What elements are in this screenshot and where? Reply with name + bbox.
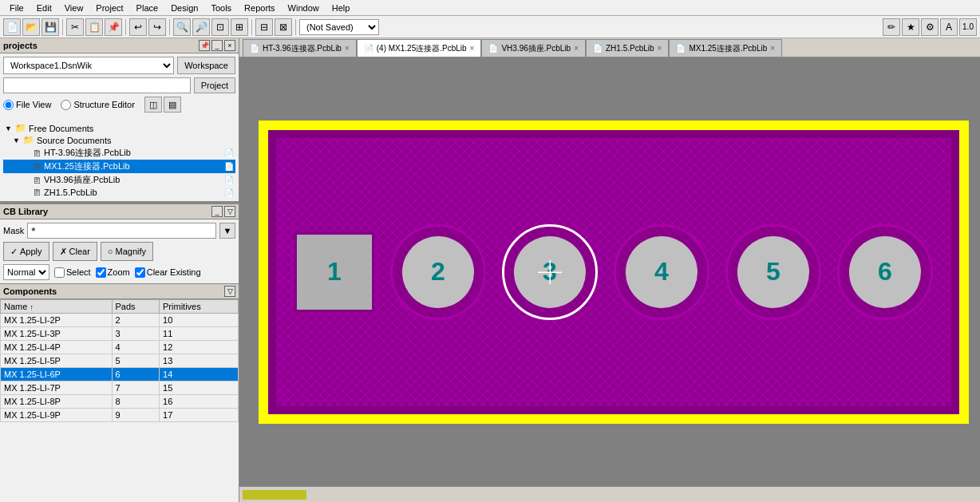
col-pads[interactable]: Pads — [112, 300, 160, 314]
tab-2[interactable]: 📄VH3.96插座.PcbLib× — [481, 39, 586, 57]
zoom-checkbox[interactable] — [96, 267, 106, 278]
cb-library-minimize[interactable]: _ — [211, 206, 223, 217]
menu-window[interactable]: Window — [282, 2, 326, 14]
toolbar: 📄 📂 💾 ✂ 📋 📌 ↩ ↪ 🔍 🔎 ⊡ ⊞ ⊟ ⊠ (Not Saved) … — [0, 16, 980, 38]
toolbar-zoom-out[interactable]: 🔎 — [192, 18, 210, 36]
tree-file-2[interactable]: 🖹 VH3.96插座.PcbLib 📄 — [3, 173, 235, 187]
cb-library-expand[interactable]: ▽ — [224, 206, 235, 217]
tree-file-3[interactable]: 🖹 ZH1.5.PcbLib 📄 — [3, 187, 235, 198]
cell-primitives-5: 15 — [160, 381, 239, 395]
table-row[interactable]: MX 1.25-LI-2P210 — [1, 314, 239, 327]
table-row[interactable]: MX 1.25-LI-3P311 — [1, 327, 239, 341]
tab-0[interactable]: 📄HT-3.96连接器.PcbLib× — [243, 39, 357, 57]
clear-existing-label: Clear Existing — [147, 267, 201, 277]
magnify-button[interactable]: ○ Magnify — [101, 242, 153, 261]
menu-project[interactable]: Project — [89, 2, 129, 14]
select-checkbox-label[interactable]: Select — [54, 267, 91, 278]
view-controls: ◫ ▤ — [144, 97, 181, 113]
toolbar-new[interactable]: 📄 — [3, 18, 21, 36]
table-row[interactable]: MX 1.25-LI-7P715 — [1, 381, 239, 395]
tab-close-1[interactable]: × — [470, 44, 475, 53]
structure-editor-radio[interactable]: Structure Editor — [61, 100, 134, 110]
mask-dropdown[interactable]: ▼ — [219, 223, 235, 239]
menu-design[interactable]: Design — [164, 2, 204, 14]
workspace-select[interactable]: Workspace1.DsnWik — [3, 57, 174, 74]
tab-icon-4: 📄 — [676, 44, 686, 53]
menu-reports[interactable]: Reports — [238, 2, 282, 14]
radio-row: File View Structure Editor ◫ ▤ — [3, 97, 235, 113]
tab-close-0[interactable]: × — [345, 44, 350, 53]
toolbar-redo[interactable]: ↪ — [148, 18, 166, 36]
clear-button[interactable]: ✗ Clear — [53, 242, 97, 261]
saved-state-dropdown[interactable]: (Not Saved) — [299, 19, 379, 35]
menu-tools[interactable]: Tools — [204, 2, 238, 14]
cell-name-4: MX 1.25-LI-6P — [1, 368, 113, 381]
toolbar-info[interactable]: 1.0 — [959, 18, 977, 36]
menu-view[interactable]: View — [58, 2, 90, 14]
file-view-radio[interactable]: File View — [3, 100, 51, 110]
zoom-checkbox-label[interactable]: Zoom — [96, 267, 130, 278]
toolbar-grid[interactable]: ⊟ — [255, 18, 273, 36]
tree-file-1[interactable]: 🖹 MX1.25连接器.PcbLib 📄 — [3, 160, 235, 173]
toolbar-star[interactable]: ★ — [902, 18, 919, 36]
tab-close-2[interactable]: × — [574, 44, 579, 53]
table-row[interactable]: MX 1.25-LI-4P412 — [1, 341, 239, 354]
tab-label-4: MX1.25连接器.PcbLib — [689, 43, 767, 54]
toolbar-zoom-in[interactable]: 🔍 — [173, 18, 191, 36]
menu-edit[interactable]: Edit — [30, 2, 58, 14]
toolbar-grid2[interactable]: ⊠ — [275, 18, 292, 36]
tree-free-docs[interactable]: ▼ 📁 Free Documents — [3, 122, 235, 134]
project-search[interactable] — [3, 77, 191, 93]
toolbar-undo[interactable]: ↩ — [129, 18, 147, 36]
projects-pin[interactable]: 📌 — [199, 40, 210, 51]
project-button[interactable]: Project — [194, 77, 235, 93]
table-row[interactable]: MX 1.25-LI-5P513 — [1, 354, 239, 368]
table-row[interactable]: MX 1.25-LI-8P816 — [1, 395, 239, 409]
clear-existing-checkbox-label[interactable]: Clear Existing — [135, 267, 201, 278]
toolbar-save[interactable]: 💾 — [41, 18, 59, 36]
toolbar-zoom-fit[interactable]: ⊡ — [211, 18, 229, 36]
workspace-button[interactable]: Workspace — [177, 57, 235, 74]
table-row[interactable]: MX 1.25-LI-9P917 — [1, 409, 239, 422]
select-checkbox[interactable] — [54, 267, 65, 278]
toolbar-sep-2 — [125, 19, 126, 35]
toolbar-paste[interactable]: 📌 — [105, 18, 122, 36]
pcb-canvas: 123456 — [255, 97, 972, 446]
tree-file-0[interactable]: 🖹 HT-3.96连接器.PcbLib 📄 — [3, 146, 235, 160]
toolbar-zoom-area[interactable]: ⊞ — [231, 18, 248, 36]
pad-circle-outer-4: 5 — [725, 224, 821, 320]
view-btn-2[interactable]: ▤ — [164, 97, 181, 113]
tab-label-0: HT-3.96连接器.PcbLib — [263, 43, 342, 54]
table-row[interactable]: MX 1.25-LI-6P614 — [1, 368, 239, 381]
tab-close-3[interactable]: × — [658, 44, 662, 53]
projects-panel: projects 📌 _ × Workspace1.DsnWik Workspa… — [0, 38, 239, 203]
mask-input[interactable] — [27, 223, 216, 239]
view-btn-1[interactable]: ◫ — [144, 97, 162, 113]
file-name-1: MX1.25连接器.PcbLib — [44, 160, 130, 172]
toolbar-settings[interactable]: ⚙ — [921, 18, 939, 36]
file-indicator-1: 📄 — [224, 162, 234, 171]
toolbar-pencil[interactable]: ✏ — [883, 18, 900, 36]
toolbar-copy[interactable]: 📋 — [85, 18, 103, 36]
normal-select[interactable]: Normal — [3, 264, 49, 280]
toolbar-open[interactable]: 📂 — [22, 18, 40, 36]
tab-3[interactable]: 📄ZH1.5.PcbLib× — [586, 39, 669, 57]
toolbar-cut[interactable]: ✂ — [66, 18, 84, 36]
components-table-wrap[interactable]: Name ↑ Pads Primitives MX 1.25-LI-2P210M… — [0, 299, 239, 502]
menu-place[interactable]: Place — [130, 2, 165, 14]
projects-minimize[interactable]: _ — [211, 40, 223, 51]
clear-existing-checkbox[interactable] — [135, 267, 145, 278]
tab-4[interactable]: 📄MX1.25连接器.PcbLib× — [669, 39, 782, 57]
tree-source-docs[interactable]: ▼ 📁 Source Documents — [3, 134, 235, 146]
menu-file[interactable]: File — [3, 2, 30, 14]
menu-help[interactable]: Help — [326, 2, 357, 14]
workspace-row: Workspace1.DsnWik Workspace — [3, 57, 235, 74]
col-name[interactable]: Name ↑ — [1, 300, 113, 314]
apply-button[interactable]: ✓ Apply — [3, 242, 49, 261]
col-primitives[interactable]: Primitives — [160, 300, 239, 314]
projects-close[interactable]: × — [224, 40, 235, 51]
tab-1[interactable]: 📄(4) MX1.25连接器.PcbLib× — [357, 39, 482, 57]
components-expand[interactable]: ▽ — [224, 286, 235, 297]
tab-close-4[interactable]: × — [770, 44, 775, 53]
toolbar-text[interactable]: A — [940, 18, 958, 36]
